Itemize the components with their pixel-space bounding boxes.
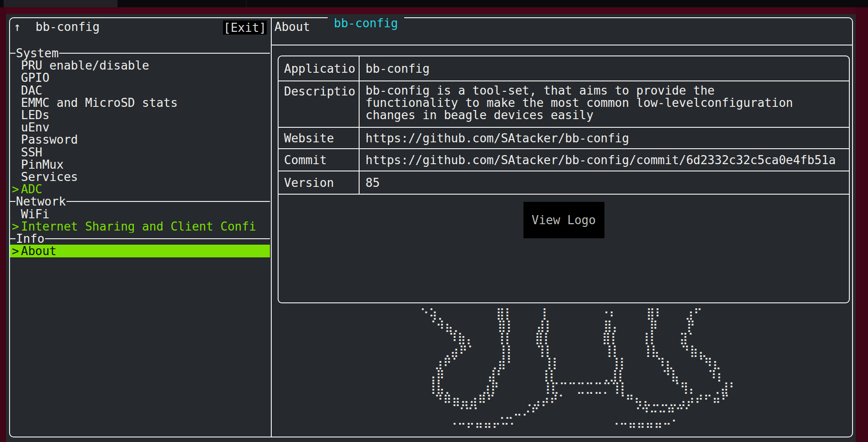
selection-arrow: > — [12, 183, 19, 196]
menu-item-wifi[interactable]: WiFi — [10, 208, 270, 221]
terminal-tab[interactable] — [4, 0, 117, 7]
row-label: Commit — [279, 149, 360, 171]
menu-item-leds[interactable]: LEDs — [10, 109, 270, 121]
right-panel-separator — [271, 45, 853, 45]
menu-item-uenv[interactable]: uEnv — [10, 121, 270, 134]
window-frame-right — [856, 7, 868, 442]
table-row-commit: Commit https://github.com/SAtacker/bb-co… — [279, 149, 849, 171]
row-label: Descriptio — [279, 81, 360, 127]
menu-item-pinmux[interactable]: PinMux — [10, 158, 270, 171]
selection-arrow: > — [12, 220, 19, 233]
window-frame-left — [0, 7, 6, 442]
page-title: About — [274, 20, 310, 34]
screenshot-root: bb-config ↑ bb-config [Exit] About Syste… — [0, 0, 868, 442]
tab-divider — [246, 0, 247, 7]
frame-title-text: bb-config — [328, 16, 405, 30]
row-label: Applicatio — [279, 56, 360, 80]
menu-item-adc[interactable]: > ADC — [10, 183, 270, 196]
menu-item-internet-sharing[interactable]: > Internet Sharing and Client Confi — [10, 220, 270, 233]
section-header-system: System — [10, 47, 270, 59]
terminal-tab-bar — [0, 0, 868, 7]
table-row-description: Descriptio bb-config is a tool-set, that… — [279, 81, 849, 128]
row-label: Website — [279, 128, 360, 148]
menu-item-about[interactable]: > About — [10, 245, 270, 257]
table-row-version: Version 85 — [279, 171, 849, 195]
row-value: bb-config — [360, 56, 849, 80]
menu-item-pru[interactable]: PRU enable/disable — [10, 59, 270, 72]
panel-divider — [271, 17, 272, 437]
menu-item-emmc-microsd[interactable]: EMMC and MicroSD stats — [10, 96, 270, 109]
table-row-application: Applicatio bb-config — [279, 56, 849, 81]
menu-item-password[interactable]: Password — [10, 133, 270, 146]
section-header-network: Network — [10, 195, 270, 207]
row-value: https://github.com/SAtacker/bb-config/co… — [360, 149, 849, 171]
beagle-braille-logo: ⠑⢵⡀ ⣿⡇ ⡇ ⠐⠆ ⣿⠇ ⣰⠋ ⠈⠺⣦⡀ ⣿⡇ ⣼⡇ ⣿⡄ ⡿ ⡟ ⠹⣷⡄ … — [420, 307, 737, 431]
section-header-info: Info — [10, 232, 270, 245]
sidebar-menu: System PRU enable/disable GPIO DAC EMMC … — [10, 14, 270, 434]
row-label: Version — [279, 171, 360, 194]
section-title: Network — [15, 195, 66, 208]
section-title: System — [15, 46, 59, 60]
view-logo-button[interactable]: View Logo — [523, 202, 604, 238]
menu-item-ssh[interactable]: SSH — [10, 146, 270, 159]
row-value: bb-config is a tool-set, that aims to pr… — [360, 81, 849, 127]
table-row-logo-button: View Logo — [279, 195, 849, 302]
row-value: https://github.com/SAtacker/bb-config — [360, 128, 849, 148]
menu-item-services[interactable]: Services — [10, 171, 270, 183]
about-info-table: Applicatio bb-config Descriptio bb-confi… — [278, 55, 850, 303]
terminal-viewport: bb-config ↑ bb-config [Exit] About Syste… — [6, 14, 856, 442]
section-title: Info — [15, 232, 45, 246]
row-value: 85 — [360, 171, 849, 194]
selection-arrow: > — [12, 245, 19, 257]
menu-item-gpio[interactable]: GPIO — [10, 71, 270, 84]
table-row-website: Website https://github.com/SAtacker/bb-c… — [279, 128, 849, 149]
window-frame-top — [0, 7, 868, 14]
menu-item-dac[interactable]: DAC — [10, 84, 270, 97]
